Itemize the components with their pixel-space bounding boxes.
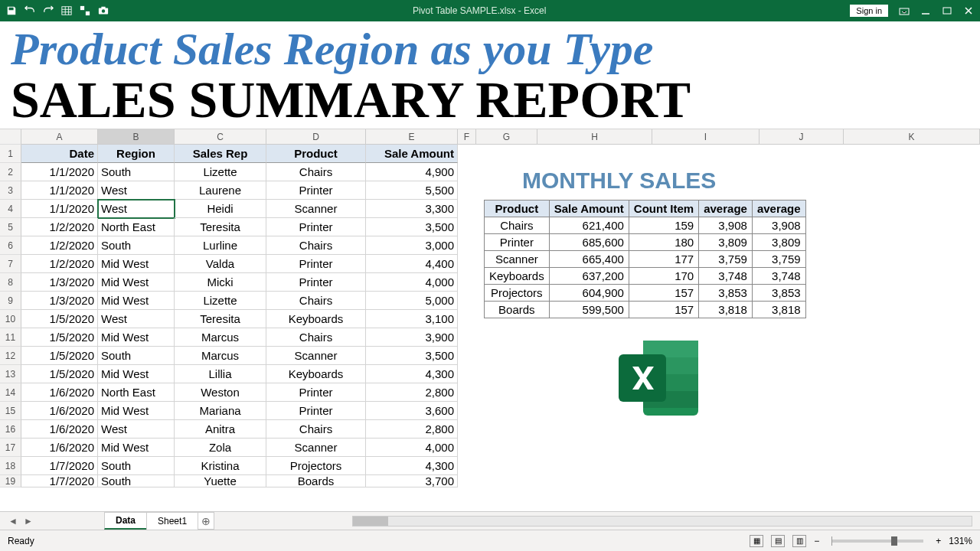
cell-date[interactable]: 1/5/2020 [21,328,98,347]
header-rep[interactable]: Sales Rep [175,145,266,163]
cell-rep[interactable]: Marcus [175,328,266,347]
cell-rep[interactable]: Mariana [175,402,266,420]
summary-row[interactable]: Keyboards637,2001703,7483,748 [485,268,806,285]
cell-date[interactable]: 1/6/2020 [21,402,98,420]
pivot-icon[interactable] [80,5,90,16]
cell-amount[interactable]: 2,800 [366,420,458,439]
cell-rep[interactable]: Kristina [175,457,266,475]
summary-row[interactable]: Boards599,5001573,8183,818 [485,302,806,318]
minimize-icon[interactable] [920,5,931,16]
cell-rep[interactable]: Teresita [175,218,266,236]
summary-row[interactable]: Printer685,6001803,8093,809 [485,234,806,251]
cell-rep[interactable]: Valda [175,255,266,273]
cell-rep[interactable]: Laurene [175,181,266,200]
new-sheet-button[interactable]: ⊕ [198,512,214,530]
col-K[interactable]: K [844,129,980,144]
cell-amount[interactable]: 2,800 [366,383,458,402]
cell-product[interactable]: Printer [266,383,366,402]
cell-date[interactable]: 1/2/2020 [21,236,98,255]
maximize-icon[interactable] [942,5,952,16]
tab-nav-next-icon[interactable]: ► [21,514,35,528]
cell-product[interactable]: Keyboards [266,365,366,383]
cell-date[interactable]: 1/5/2020 [21,365,98,383]
col-I[interactable]: I [652,129,760,144]
cell-product[interactable]: Scanner [266,439,366,457]
cell-rep[interactable]: Lurline [175,236,266,255]
cell-rep[interactable]: Lillia [175,365,266,383]
cell-region[interactable]: North East [98,383,175,402]
cell-product[interactable]: Projectors [266,457,366,475]
cell-amount[interactable]: 5,000 [366,292,458,310]
cell-product[interactable]: Chairs [266,420,366,439]
tab-nav-prev-icon[interactable]: ◄ [6,514,20,528]
view-page-break-icon[interactable]: ▥ [792,535,806,547]
sign-in-button[interactable]: Sign in [850,5,888,17]
summary-header[interactable]: average [752,201,805,217]
cell-product[interactable]: Chairs [266,236,366,255]
cell-date[interactable]: 1/1/2020 [21,200,98,218]
cell-region[interactable]: Mid West [98,328,175,347]
header-amount[interactable]: Sale Amount [366,145,458,163]
cell-region[interactable]: South [98,457,175,475]
cell-region[interactable]: Mid West [98,402,175,420]
cell-amount[interactable]: 3,100 [366,310,458,328]
cell-region[interactable]: South [98,163,175,181]
camera-icon[interactable] [98,5,109,16]
cell-region[interactable]: West [98,420,175,439]
redo-icon[interactable] [43,5,54,16]
cell-rep[interactable]: Lizette [175,292,266,310]
col-G[interactable]: G [476,129,537,144]
cell-date[interactable]: 1/1/2020 [21,163,98,181]
cell-region[interactable]: West [98,181,175,200]
cell-product[interactable]: Keyboards [266,310,366,328]
cell-product[interactable]: Printer [266,402,366,420]
zoom-slider[interactable] [831,540,923,543]
col-B[interactable]: B [98,129,175,144]
cell-amount[interactable]: 4,900 [366,163,458,181]
cell-amount[interactable]: 4,000 [366,273,458,292]
cell-rep[interactable]: Teresita [175,310,266,328]
col-J[interactable]: J [760,129,844,144]
cell-amount[interactable]: 3,700 [366,475,458,487]
summary-header[interactable]: Sale Amount [549,201,629,217]
cell-amount[interactable]: 3,500 [366,218,458,236]
cell-product[interactable]: Printer [266,273,366,292]
cell-date[interactable]: 1/6/2020 [21,420,98,439]
cell-amount[interactable]: 5,500 [366,181,458,200]
cell-date[interactable]: 1/1/2020 [21,181,98,200]
cell-product[interactable]: Printer [266,181,366,200]
cell-rep[interactable]: Micki [175,273,266,292]
cell-date[interactable]: 1/7/2020 [21,457,98,475]
cell-date[interactable]: 1/5/2020 [21,347,98,365]
horizontal-scrollbar[interactable] [352,516,972,527]
cell-rep[interactable]: Heidi [175,200,266,218]
cell-date[interactable]: 1/6/2020 [21,439,98,457]
zoom-out-button[interactable]: − [814,536,819,546]
summary-table[interactable]: ProductSale AmountCount Itemaverageavera… [484,200,806,318]
ribbon-options-icon[interactable] [899,5,910,16]
cell-amount[interactable]: 4,300 [366,365,458,383]
cell-rep[interactable]: Lizette [175,163,266,181]
col-D[interactable]: D [266,129,366,144]
summary-header[interactable]: Product [485,201,550,217]
cell-product[interactable]: Printer [266,255,366,273]
cell-region[interactable]: West [98,200,175,218]
cell-region[interactable]: Mid West [98,255,175,273]
cell-rep[interactable]: Anitra [175,420,266,439]
summary-row[interactable]: Projectors604,9001573,8533,853 [485,285,806,302]
undo-icon[interactable] [24,5,35,16]
header-product[interactable]: Product [266,145,366,163]
header-region[interactable]: Region [98,145,175,163]
cell-region[interactable]: South [98,347,175,365]
col-C[interactable]: C [175,129,266,144]
col-F[interactable]: F [458,129,476,144]
col-H[interactable]: H [537,129,652,144]
cell-date[interactable]: 1/6/2020 [21,383,98,402]
cell-date[interactable]: 1/5/2020 [21,310,98,328]
zoom-in-button[interactable]: + [936,536,941,546]
summary-row[interactable]: Scanner665,4001773,7593,759 [485,251,806,268]
cell-region[interactable]: South [98,236,175,255]
save-icon[interactable] [6,5,17,16]
cell-date[interactable]: 1/3/2020 [21,273,98,292]
cell-region[interactable]: Mid West [98,365,175,383]
